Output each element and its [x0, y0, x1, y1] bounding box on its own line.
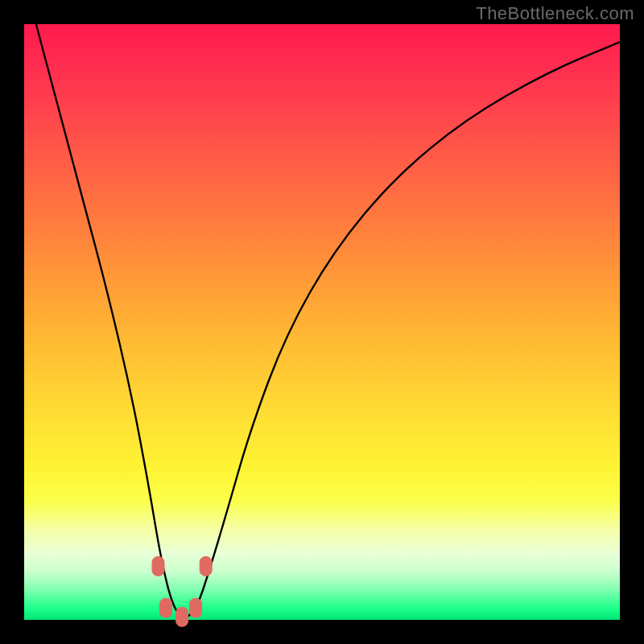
plot-area — [24, 24, 620, 620]
bottleneck-curve — [36, 24, 620, 617]
curve-marker — [160, 598, 172, 617]
curve-marker — [176, 607, 188, 626]
curve-marker — [200, 556, 212, 576]
curve-marker — [190, 598, 202, 617]
curve-svg — [24, 24, 620, 620]
watermark-text: TheBottleneck.com — [476, 3, 634, 24]
curve-marker — [152, 556, 164, 576]
chart-frame: TheBottleneck.com — [0, 0, 644, 644]
